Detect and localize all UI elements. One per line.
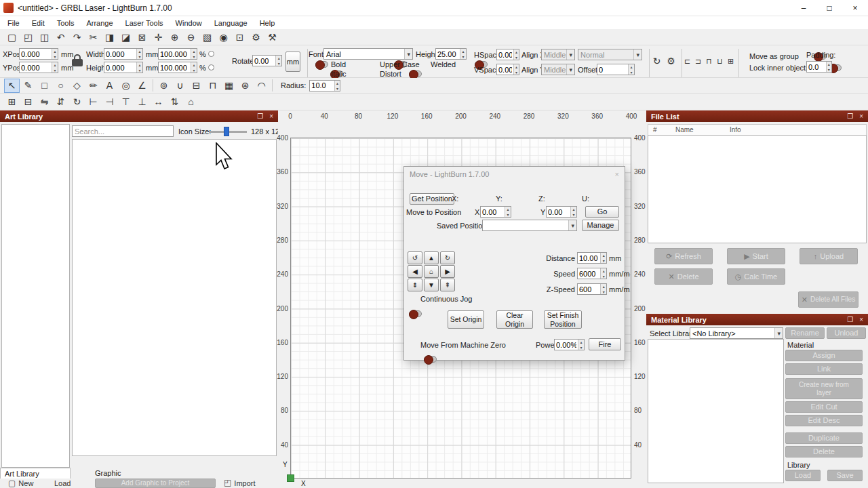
icon-size-slider-handle[interactable] — [224, 127, 229, 136]
dock-top-icon[interactable]: ⊓ — [704, 56, 714, 67]
font-style-select[interactable]: Normal — [578, 49, 642, 60]
align-top-icon[interactable]: ⊤ — [118, 95, 134, 109]
rectangle-icon[interactable]: □ — [37, 79, 52, 93]
move-y-input[interactable] — [546, 206, 577, 218]
close-panel-icon[interactable]: × — [859, 113, 863, 120]
circular-array-icon[interactable]: ⊛ — [237, 79, 253, 93]
offset-input[interactable] — [597, 64, 635, 75]
float-panel-icon[interactable]: ❐ — [257, 113, 263, 120]
boolean-subtract-icon[interactable]: ⊟ — [189, 79, 204, 93]
align-bottom-icon[interactable]: ⊥ — [134, 95, 150, 109]
refresh-button[interactable]: ⟳ Refresh — [654, 248, 713, 264]
menu-help[interactable]: Help — [254, 18, 281, 28]
edit-nodes-icon[interactable]: ✏ — [85, 79, 101, 93]
jog-rotate-right-button[interactable]: ↻ — [440, 251, 455, 264]
lock-aspect-icon[interactable] — [72, 54, 83, 66]
delete-icon[interactable]: ⊠ — [134, 30, 150, 44]
spinner-arrows[interactable] — [275, 56, 281, 66]
aspect-radio-top[interactable] — [208, 51, 214, 57]
set-origin-button[interactable]: Set Origin — [448, 310, 484, 329]
menu-language[interactable]: Language — [208, 18, 254, 28]
distort-toggle[interactable] — [409, 70, 422, 77]
menu-edit[interactable]: Edit — [26, 18, 51, 28]
jog-right-button[interactable]: ▶ — [440, 265, 455, 278]
saved-positions-dropdown[interactable] — [482, 220, 577, 231]
file-list-header[interactable]: File List ❐ × — [646, 110, 868, 122]
get-position-button[interactable]: Get Position — [410, 193, 454, 205]
width-input[interactable] — [104, 48, 143, 60]
dialog-close-icon[interactable]: × — [615, 170, 619, 178]
font-height-value[interactable] — [436, 49, 460, 59]
spinner-arrows[interactable] — [826, 62, 831, 72]
file-list-col-info[interactable]: Info — [730, 126, 741, 134]
ungroup-icon[interactable]: ⊟ — [20, 95, 36, 109]
spinner-arrows[interactable] — [460, 49, 466, 59]
width-percent-input[interactable] — [158, 48, 197, 60]
zoom-in-icon[interactable]: ⊕ — [167, 30, 182, 44]
spinner-arrows[interactable] — [191, 49, 197, 59]
tab-art-library[interactable]: Art Library — [0, 468, 71, 479]
padding-input[interactable] — [806, 61, 832, 73]
group-icon[interactable]: ⊞ — [4, 95, 20, 109]
menu-tools[interactable]: Tools — [51, 18, 81, 28]
spinner-arrows[interactable] — [52, 62, 58, 73]
zspeed-input[interactable] — [577, 283, 607, 295]
font-select[interactable]: Arial — [323, 48, 413, 60]
file-list-table[interactable] — [648, 135, 867, 243]
cut-icon[interactable]: ✂ — [85, 30, 101, 44]
ypos-value[interactable] — [20, 62, 52, 73]
jog-home-button[interactable]: ⌂ — [424, 265, 439, 278]
clear-origin-button[interactable]: Clear Origin — [496, 310, 533, 329]
radius-value[interactable] — [310, 81, 334, 91]
bold-toggle[interactable] — [315, 61, 328, 68]
alignx-select[interactable]: Middle — [541, 49, 575, 60]
dock-left-icon[interactable]: ⊏ — [682, 56, 692, 67]
load-material-library-button[interactable]: Load — [785, 470, 821, 481]
spinner-arrows[interactable] — [600, 284, 606, 294]
optimization-settings-icon[interactable]: ↻ — [649, 54, 665, 68]
move-x-value[interactable] — [481, 207, 505, 217]
vspace-value[interactable] — [497, 64, 513, 75]
camera-icon[interactable]: ◉ — [216, 30, 231, 44]
offset-shapes-icon[interactable]: ⊚ — [156, 79, 172, 93]
cut-settings-icon[interactable]: ⚙ — [663, 54, 679, 68]
save-icon[interactable]: ◫ — [37, 30, 52, 44]
dock-bottom-icon[interactable]: ⊔ — [715, 56, 725, 67]
edit-cut-button[interactable]: Edit Cut — [785, 401, 863, 413]
move-dialog-titlebar[interactable]: Move - LightBurn 1.7.00 × — [404, 167, 625, 181]
select-icon[interactable]: ↖ — [4, 79, 20, 93]
polygon-icon[interactable]: ◇ — [69, 79, 85, 93]
close-panel-icon[interactable]: × — [859, 316, 863, 323]
menu-file[interactable]: File — [1, 18, 26, 28]
duplicate-button[interactable]: Duplicate — [785, 432, 863, 444]
float-panel-icon[interactable]: ❐ — [847, 113, 853, 120]
distance-value[interactable] — [578, 253, 600, 263]
spinner-arrows[interactable] — [600, 253, 606, 263]
move-x-input[interactable] — [480, 206, 511, 218]
calc-time-button[interactable]: ◷ Calc Time — [727, 268, 785, 285]
height-input[interactable] — [104, 62, 143, 73]
spinner-arrows[interactable] — [513, 49, 519, 60]
edit-desc-button[interactable]: Edit Desc — [785, 415, 863, 426]
menu-arrange[interactable]: Arrange — [80, 18, 119, 28]
pan-view-icon[interactable]: ✛ — [151, 30, 166, 44]
spinner-arrows[interactable] — [570, 207, 576, 217]
weld-icon[interactable]: ∪ — [172, 79, 188, 93]
height-value[interactable] — [104, 62, 136, 73]
fire-button[interactable]: Fire — [589, 338, 621, 350]
rotate-value[interactable] — [253, 56, 275, 66]
xpos-value[interactable] — [20, 49, 52, 59]
width-value[interactable] — [104, 49, 136, 59]
device-settings-icon[interactable]: ⚙ — [248, 30, 264, 44]
hspace-value[interactable] — [497, 49, 513, 60]
delete-file-button[interactable]: ✕ Delete — [654, 268, 713, 285]
manage-positions-button[interactable]: Manage — [582, 220, 619, 231]
file-list-col-num[interactable]: # — [653, 126, 657, 134]
spinner-arrows[interactable] — [52, 49, 58, 59]
xpos-input[interactable] — [19, 48, 58, 60]
offset-value[interactable] — [597, 64, 628, 75]
spinner-arrows[interactable] — [334, 81, 340, 91]
zspeed-value[interactable] — [578, 284, 600, 294]
spinner-arrows[interactable] — [628, 64, 634, 75]
set-finish-position-button[interactable]: Set Finish Position — [544, 310, 582, 329]
